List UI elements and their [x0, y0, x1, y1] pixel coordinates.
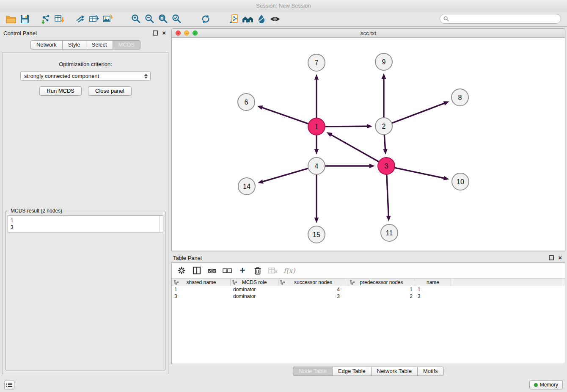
apply-style-button[interactable] — [255, 13, 268, 25]
tab-mcds[interactable]: MCDS — [113, 40, 140, 50]
cell-shared-name[interactable]: 1 — [172, 286, 231, 293]
graph-edge-2-9[interactable] — [382, 73, 386, 117]
memory-button[interactable]: Memory — [529, 380, 563, 389]
zoom-fit-button[interactable] — [157, 13, 170, 25]
cell-mcds-role[interactable]: dominator — [231, 293, 278, 300]
graph-node-label: 9 — [382, 58, 386, 66]
cell-name[interactable]: 1 — [415, 286, 451, 293]
table-settings-button[interactable] — [177, 265, 186, 276]
tab-node-table[interactable]: Node Table — [293, 367, 333, 376]
tab-motifs[interactable]: Motifs — [417, 367, 444, 376]
import-table-button[interactable] — [52, 13, 66, 25]
column-header-shared-name[interactable]: shared name — [172, 279, 231, 286]
deselect-all-rows-button[interactable] — [223, 265, 232, 276]
column-header-successor-nodes[interactable]: successor nodes — [278, 279, 348, 286]
status-list-button[interactable] — [4, 381, 14, 389]
column-type-icon — [174, 280, 179, 285]
mcds-result-line: 1 — [11, 217, 160, 224]
graph-node-label: 3 — [385, 163, 388, 170]
status-bar: Memory — [0, 378, 567, 392]
zoom-selected-button[interactable] — [170, 13, 184, 25]
edge-arrowhead-icon — [258, 179, 264, 184]
zoom-fit-icon — [158, 14, 169, 25]
cell-shared-name[interactable]: 3 — [172, 293, 231, 300]
zoom-in-icon — [131, 14, 142, 25]
graph-edge-1-4[interactable] — [314, 135, 319, 155]
graph-edge-4-14[interactable] — [258, 168, 308, 184]
import-network-button[interactable] — [39, 13, 52, 25]
graph-edge-3-11[interactable] — [386, 175, 391, 221]
run-mcds-button[interactable]: Run MCDS — [39, 86, 82, 96]
select-all-rows-button[interactable] — [207, 265, 217, 276]
tab-style[interactable]: Style — [62, 40, 86, 50]
graph-edge-4-15[interactable] — [314, 175, 319, 223]
graph-edge-4-3[interactable] — [325, 164, 375, 168]
close-panel-button[interactable]: Close panel — [88, 86, 132, 96]
graph-edge-3-1[interactable] — [327, 132, 379, 161]
control-panel: Control Panel × Network Style Select MCD… — [2, 28, 169, 378]
edge-arrowhead-icon — [257, 105, 263, 110]
graph-edge-2-8[interactable] — [392, 101, 449, 123]
close-table-panel-icon[interactable]: × — [558, 255, 562, 260]
table-row[interactable]: 3 dominator 3 2 3 — [172, 293, 565, 300]
tab-edge-table[interactable]: Edge Table — [332, 367, 372, 376]
new-network-button[interactable] — [74, 13, 87, 25]
optimization-dropdown[interactable]: strongly connected component — [20, 71, 151, 81]
network-graph[interactable]: 7968124314101511 — [172, 38, 564, 251]
network-window: × − + scc.txt 7968124314101511 — [171, 28, 565, 251]
graph-edge-3-10[interactable] — [395, 168, 449, 180]
close-panel-icon[interactable]: × — [162, 30, 166, 36]
edge-arrowhead-icon — [443, 176, 449, 180]
table-panel-title: Table Panel — [173, 255, 202, 261]
zoom-in-button[interactable] — [129, 13, 143, 25]
delete-column-button[interactable] — [253, 265, 262, 276]
graph-edge-1-6[interactable] — [257, 105, 308, 124]
cell-name[interactable]: 3 — [415, 293, 451, 300]
function-builder-button[interactable]: f(x) — [284, 265, 295, 276]
float-table-panel-icon[interactable] — [549, 255, 554, 260]
duplicate-network-icon — [229, 14, 240, 25]
cell-predecessor-nodes[interactable]: 2 — [348, 293, 415, 300]
show-columns-button[interactable] — [192, 265, 201, 276]
home-button[interactable] — [241, 13, 255, 25]
graph-edge-1-2[interactable] — [325, 124, 372, 128]
cell-successor-nodes[interactable]: 4 — [278, 286, 348, 293]
graph-node-label: 4 — [315, 163, 319, 170]
add-column-button[interactable]: + — [238, 265, 247, 276]
save-session-button[interactable] — [18, 13, 31, 25]
tab-network[interactable]: Network — [30, 40, 63, 50]
network-from-table-button[interactable] — [87, 13, 101, 25]
table-header-row: shared name MCDS role successor nodes — [172, 278, 565, 286]
cell-successor-nodes[interactable]: 3 — [278, 293, 348, 300]
column-header-predecessor-nodes[interactable]: predecessor nodes — [348, 279, 415, 286]
network-window-titlebar[interactable]: × − + scc.txt — [172, 29, 565, 38]
image-export-icon — [102, 14, 113, 25]
memory-status-icon — [534, 383, 538, 387]
save-floppy-icon — [19, 14, 30, 25]
cell-predecessor-nodes[interactable]: 1 — [348, 286, 415, 293]
window-title: Session: New Session — [256, 3, 311, 9]
main-toolbar — [0, 11, 567, 27]
show-hide-button[interactable] — [268, 13, 282, 25]
tab-network-table[interactable]: Network Table — [371, 367, 418, 376]
delete-table-button[interactable] — [268, 265, 278, 276]
graph-edge-1-7[interactable] — [314, 74, 319, 118]
cell-mcds-role[interactable]: dominator — [231, 286, 278, 293]
zoom-out-button[interactable] — [143, 13, 157, 25]
column-header-name[interactable]: name — [415, 279, 451, 286]
search-box — [440, 14, 561, 24]
refresh-button[interactable] — [199, 13, 212, 25]
float-panel-icon[interactable] — [153, 30, 158, 36]
network-window-title: scc.txt — [172, 30, 565, 36]
export-image-button[interactable] — [101, 13, 114, 25]
result-scrollbar[interactable] — [159, 216, 163, 232]
network-canvas[interactable]: 7968124314101511 — [172, 38, 565, 251]
duplicate-network-button[interactable] — [228, 13, 241, 25]
eye-icon — [269, 14, 281, 25]
graph-edge-2-3[interactable] — [383, 135, 387, 155]
open-session-button[interactable] — [4, 13, 18, 25]
table-row[interactable]: 1 dominator 4 1 1 — [172, 286, 565, 293]
column-header-mcds-role[interactable]: MCDS role — [231, 279, 278, 286]
search-input[interactable] — [451, 16, 557, 22]
tab-select[interactable]: Select — [86, 40, 113, 50]
